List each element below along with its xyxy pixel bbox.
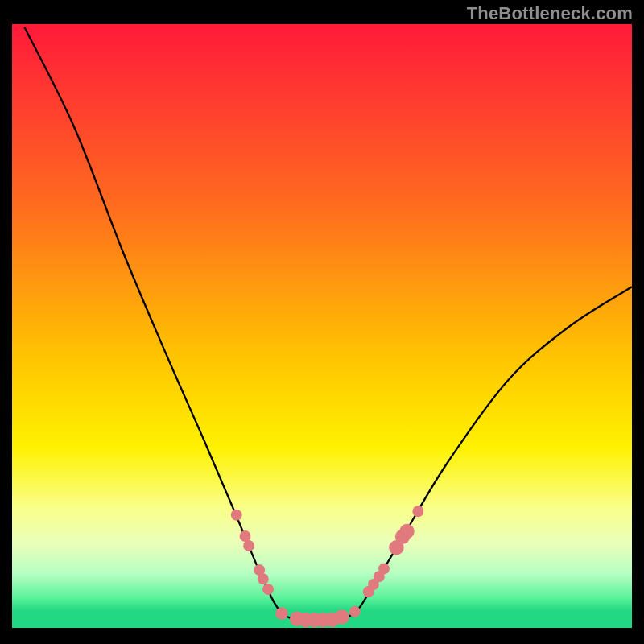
watermark-text: TheBottleneck.com (467, 3, 633, 24)
data-dot (412, 506, 423, 517)
data-dot (262, 584, 274, 595)
data-dot (231, 510, 242, 521)
chart-canvas (0, 0, 644, 644)
data-dot (240, 530, 251, 542)
data-dot (349, 606, 361, 617)
chart-stage: TheBottleneck.com (0, 0, 644, 644)
data-dot (243, 540, 254, 551)
data-dot (275, 607, 287, 619)
data-dot (258, 573, 269, 584)
data-dot (334, 609, 349, 624)
chart-background (12, 24, 632, 628)
data-dot (399, 524, 414, 539)
data-dot (378, 564, 390, 575)
